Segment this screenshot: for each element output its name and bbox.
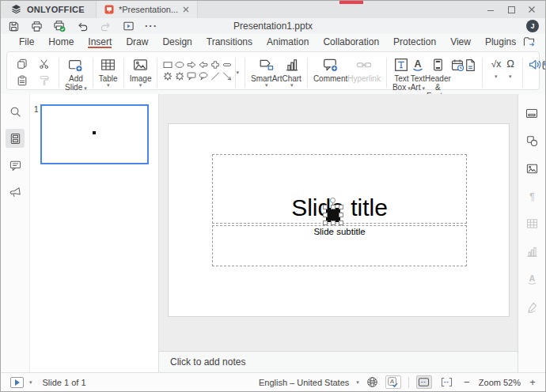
maximize-icon[interactable]: [507, 6, 515, 13]
zoom-out-button[interactable]: −: [462, 378, 472, 387]
text-art-settings-button[interactable]: A: [522, 270, 541, 288]
chevron-down-icon[interactable]: ▾: [29, 380, 32, 385]
minimize-icon[interactable]: [487, 6, 495, 13]
shapes-gallery-more-button[interactable]: ▾: [235, 58, 239, 88]
app-brand[interactable]: ONLYOFFICE: [1, 1, 96, 18]
table-button[interactable]: Table ▾: [99, 56, 118, 88]
quick-print-icon[interactable]: [53, 20, 66, 32]
language-selector[interactable]: English – United States: [259, 378, 349, 387]
find-button[interactable]: [6, 102, 25, 121]
subtitle-placeholder[interactable]: Slide subtitle: [212, 225, 467, 266]
video-button[interactable]: [542, 57, 546, 73]
shape-arrow-left-icon[interactable]: [199, 61, 208, 69]
rotate-handle[interactable]: [330, 198, 336, 203]
shape-explosion-icon[interactable]: [175, 72, 184, 81]
shape-line-arrow-icon[interactable]: [222, 72, 232, 81]
image-button[interactable]: Image ▾: [130, 56, 152, 88]
slide[interactable]: Slide title Slide subtitle: [168, 123, 510, 317]
shape-ellipse-icon[interactable]: [175, 61, 184, 69]
shape-plus-icon[interactable]: [210, 61, 220, 69]
format-painter-icon[interactable]: [39, 75, 50, 86]
text-box-button[interactable]: Text Box▾: [392, 56, 411, 92]
selection-handle-se[interactable]: [339, 220, 343, 225]
add-slide-button[interactable]: Add Slide▾: [65, 56, 87, 92]
print-icon[interactable]: [30, 20, 43, 32]
slide-settings-button[interactable]: [522, 104, 541, 122]
comments-panel-button[interactable]: [6, 156, 25, 175]
selection-handle-s[interactable]: [331, 220, 336, 225]
tab-animation[interactable]: Animation: [260, 34, 316, 49]
text-art-button[interactable]: A Text Art▾: [411, 56, 425, 92]
signature-settings-button[interactable]: [522, 297, 541, 316]
tab-protection[interactable]: Protection: [386, 34, 443, 49]
undo-icon[interactable]: [76, 20, 89, 32]
shape-line-icon[interactable]: [210, 72, 220, 81]
shape-minus-icon[interactable]: [222, 61, 232, 69]
paragraph-settings-button[interactable]: ¶: [522, 187, 541, 205]
selection-handle-e[interactable]: [339, 213, 343, 217]
cut-icon[interactable]: [39, 58, 50, 70]
copy-icon[interactable]: [17, 58, 28, 70]
zoom-level[interactable]: Zoom 52%: [479, 378, 521, 387]
hyperlink-button[interactable]: Hyperlink: [347, 56, 381, 83]
slide-number-icon: [464, 58, 476, 72]
selection-handle-w[interactable]: [323, 213, 328, 217]
feedback-button[interactable]: [6, 183, 25, 202]
slide-thumbnail[interactable]: [40, 104, 149, 164]
paste-icon[interactable]: [17, 75, 28, 86]
start-slideshow-icon[interactable]: [122, 20, 135, 32]
tab-plugins[interactable]: Plugins: [478, 34, 523, 49]
slide-canvas[interactable]: Slide title Slide subtitle: [159, 94, 518, 351]
equation-button[interactable]: √x ▾: [488, 57, 504, 79]
symbol-button[interactable]: Ω ▾: [504, 57, 517, 79]
shape-settings-button[interactable]: [522, 131, 541, 150]
redo-icon[interactable]: [99, 20, 112, 32]
video-icon: [542, 59, 546, 71]
save-icon[interactable]: [7, 20, 20, 32]
fit-to-slide-button[interactable]: [416, 375, 432, 389]
chart-button[interactable]: Chart ▾: [282, 56, 301, 88]
tab-file[interactable]: File: [12, 34, 41, 49]
shape-callout-rect-icon[interactable]: [187, 72, 196, 81]
table-settings-button[interactable]: [522, 214, 541, 233]
tab-view[interactable]: View: [443, 34, 478, 49]
chevron-down-icon[interactable]: ▾: [356, 380, 359, 385]
smartart-button[interactable]: SmartArt ▾: [251, 56, 282, 88]
more-actions-icon[interactable]: ···: [145, 20, 157, 32]
red-marker: [339, 1, 363, 4]
tab-insert[interactable]: Insert: [81, 34, 119, 49]
shape-star-icon[interactable]: [163, 72, 173, 81]
tab-collaboration[interactable]: Collaboration: [316, 34, 386, 49]
selection-handle-ne[interactable]: [339, 205, 343, 209]
selection-handle-n[interactable]: [331, 205, 336, 209]
tab-home[interactable]: Home: [41, 34, 81, 49]
document-language-icon[interactable]: [366, 376, 378, 388]
selection-handle-sw[interactable]: [323, 220, 328, 225]
spell-check-button[interactable]: A: [385, 375, 401, 389]
document-tab[interactable]: *Presentation...: [96, 1, 198, 18]
image-settings-button[interactable]: [522, 159, 541, 178]
slide-number-button[interactable]: [464, 57, 476, 73]
open-file-location-icon[interactable]: [523, 36, 535, 47]
selection-handle-nw[interactable]: [323, 205, 328, 209]
shape-arrow-right-icon[interactable]: [187, 61, 196, 69]
add-slide-label: Add Slide▾: [65, 74, 87, 92]
tab-draw[interactable]: Draw: [119, 34, 155, 49]
close-icon[interactable]: [183, 6, 189, 13]
comment-button[interactable]: Comment: [313, 56, 347, 83]
chart-settings-button[interactable]: [522, 242, 541, 261]
window-close-icon[interactable]: [528, 6, 536, 13]
date-time-button[interactable]: [451, 57, 464, 73]
shape-rectangle-icon[interactable]: [163, 61, 173, 69]
shape-callout-oval-icon[interactable]: [199, 72, 208, 81]
selected-shape[interactable]: [326, 208, 340, 222]
tab-design[interactable]: Design: [155, 34, 199, 49]
tab-transitions[interactable]: Transitions: [199, 34, 260, 49]
fit-to-width-button[interactable]: [439, 375, 455, 389]
user-avatar[interactable]: J: [526, 20, 539, 32]
audio-button[interactable]: [529, 57, 542, 73]
zoom-in-button[interactable]: +: [528, 378, 537, 387]
notes-area[interactable]: Click to add notes: [159, 351, 518, 372]
start-slideshow-status-button[interactable]: [10, 377, 24, 388]
slides-panel-button[interactable]: [6, 129, 25, 148]
